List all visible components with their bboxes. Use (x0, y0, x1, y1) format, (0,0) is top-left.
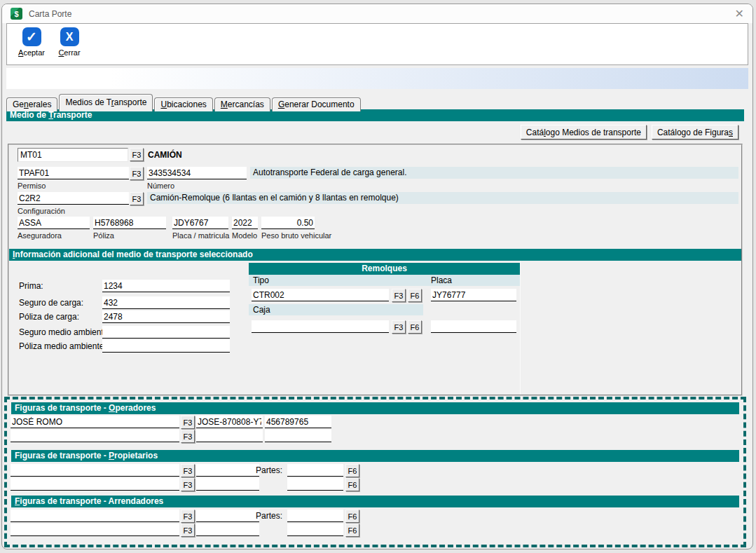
arrendador-f6-button[interactable]: F6 (345, 510, 359, 523)
remolque-f3-button-2[interactable]: F3 (392, 320, 406, 334)
arrendador-rfc-input-2[interactable] (196, 524, 259, 536)
arrendador-f3-button[interactable]: F3 (181, 510, 195, 523)
window-title: Carta Porte (29, 9, 71, 19)
remolques-column-strip: Tipo Placa (249, 275, 520, 286)
prima-label: Prima: (19, 281, 43, 291)
tab-generales[interactable]: Generales (6, 97, 57, 111)
permiso-label: Permiso (18, 182, 46, 190)
tab-medios-de-transporte[interactable]: Medios de Transporte (59, 94, 153, 111)
permiso-input[interactable] (18, 167, 129, 179)
prima-input[interactable] (102, 280, 230, 292)
toolbar: ✓ Aceptar X Cerrar (6, 23, 748, 65)
configuracion-label: Configuración (18, 207, 65, 215)
poliza-label: Póliza (93, 231, 114, 240)
remolques-panel: Remolques Tipo Placa F3 F6 Caja F3 F6 (249, 261, 521, 395)
arrendador-nombre-input-2[interactable] (11, 524, 179, 536)
tab-ubicaciones[interactable]: Ubicaciones (154, 97, 212, 111)
placa-input[interactable] (172, 217, 228, 229)
operador-f3-button-2[interactable]: F3 (181, 430, 195, 443)
title-bar: $ Carta Porte ✕ (2, 4, 752, 23)
arrendador-f3-button-2[interactable]: F3 (181, 524, 195, 537)
transport-group-box: F3 CAMIÓN F3 Autotransporte Federal de c… (8, 144, 743, 396)
poliza-carga-input[interactable] (102, 310, 230, 323)
configuracion-desc: Camión-Remolque (6 llantas en el camión … (147, 192, 738, 204)
check-icon: ✓ (22, 27, 41, 46)
seguro-ambiente-input[interactable] (102, 326, 230, 339)
arrendador-partes-input-2[interactable] (287, 524, 343, 536)
tab-generar-documento[interactable]: Generar Documento (272, 97, 361, 111)
aseguradora-input[interactable] (18, 217, 90, 229)
propietario-f3-button[interactable]: F3 (181, 464, 195, 477)
propietario-nombre-input[interactable] (11, 464, 179, 477)
seguro-carga-label: Seguro de carga: (19, 298, 83, 308)
arrendadores-partes-label: Partes: (256, 511, 282, 521)
tipo-column-label: Tipo (253, 275, 269, 286)
operador-num-input-2[interactable] (265, 430, 331, 442)
operador-rfc-input-2[interactable] (196, 430, 263, 442)
tab-strip: Generales Medios de Transporte Ubicacion… (6, 94, 362, 111)
aseguradora-label: Aseguradora (18, 231, 62, 240)
operadores-header: Figuras de transporte - Operadores (11, 402, 739, 414)
seguro-carga-input[interactable] (102, 296, 230, 309)
modelo-label: Modelo (232, 231, 257, 240)
remolque-tipo-input[interactable] (252, 289, 389, 301)
propietario-nombre-input-2[interactable] (11, 478, 179, 491)
arrendador-nombre-input[interactable] (11, 510, 179, 522)
seguro-ambiente-label: Seguro medio ambiente: (19, 327, 111, 337)
tab-mercancias[interactable]: Mercancías (214, 97, 270, 111)
close-icon[interactable]: ✕ (735, 8, 744, 20)
configuracion-f3-button[interactable]: F3 (130, 192, 144, 205)
clave-desc: CAMIÓN (148, 150, 182, 160)
cerrar-label: Cerrar (50, 48, 88, 57)
arrendador-partes-input[interactable] (287, 510, 343, 522)
clave-f3-button[interactable]: F3 (130, 148, 144, 161)
placa-column-label: Placa (431, 275, 452, 286)
numero-input[interactable] (147, 167, 247, 179)
propietario-rfc-input-2[interactable] (196, 478, 259, 491)
remolque-f6-button-2[interactable]: F6 (408, 320, 422, 334)
poliza-ambiente-input[interactable] (102, 340, 230, 353)
remolque-tipo-input-2[interactable] (252, 320, 389, 333)
app-icon: $ (11, 8, 22, 20)
propietario-rfc-input[interactable] (196, 464, 259, 477)
modelo-input[interactable] (232, 217, 258, 229)
propietario-f6-button-2[interactable]: F6 (345, 478, 359, 491)
propietarios-header: Figuras de transporte - Propietarios (11, 450, 739, 462)
propietario-f3-button-2[interactable]: F3 (181, 478, 195, 491)
propietario-partes-input-2[interactable] (287, 478, 343, 491)
caja-label: Caja (253, 304, 270, 315)
remolque-f3-button[interactable]: F3 (392, 289, 406, 302)
informacion-adicional-header: Información adicional del medio de trans… (9, 249, 741, 261)
permiso-f3-button[interactable]: F3 (130, 167, 144, 180)
arrendador-f6-button-2[interactable]: F6 (345, 524, 359, 537)
x-icon: X (60, 27, 79, 46)
remolque-f6-button[interactable]: F6 (408, 289, 422, 302)
operador-nombre-input-2[interactable] (11, 430, 179, 442)
configuracion-input[interactable] (18, 192, 129, 205)
propietario-partes-input[interactable] (287, 464, 343, 477)
arrendadores-header: Figuras de transporte - Arrendadores (11, 496, 739, 507)
operador-num-input[interactable] (265, 416, 331, 428)
operador-f3-button[interactable]: F3 (181, 416, 195, 429)
arrendador-rfc-input[interactable] (196, 510, 259, 522)
catalogo-medios-button[interactable]: Catálogo Medios de transporte (521, 125, 647, 139)
operador-nombre-input[interactable] (11, 416, 179, 428)
propietario-f6-button[interactable]: F6 (345, 464, 359, 477)
permiso-desc: Autotransporte Federal de carga general. (250, 167, 738, 179)
peso-input[interactable] (261, 217, 315, 229)
remolque-placa-input[interactable] (431, 289, 516, 301)
poliza-input[interactable] (93, 217, 166, 229)
aceptar-button[interactable]: ✓ Aceptar (13, 27, 50, 57)
remolque-placa-input-2[interactable] (431, 320, 516, 333)
gradient-band (6, 68, 748, 89)
propietarios-partes-label: Partes: (256, 465, 282, 475)
aceptar-label: Aceptar (13, 48, 50, 57)
figuras-selection-region: Figuras de transporte - Operadores F3 F3… (4, 397, 746, 547)
operador-rfc-input[interactable] (196, 416, 263, 428)
poliza-ambiente-label: Póliza medio ambiente: (19, 341, 106, 351)
catalogo-figuras-button[interactable]: Catálogo de Figuras (652, 125, 738, 139)
clave-medio-input[interactable] (18, 148, 128, 162)
catalog-buttons: Catálogo Medios de transporte Catálogo d… (521, 125, 738, 139)
cerrar-button[interactable]: X Cerrar (50, 27, 88, 57)
remolques-header: Remolques (249, 263, 520, 275)
